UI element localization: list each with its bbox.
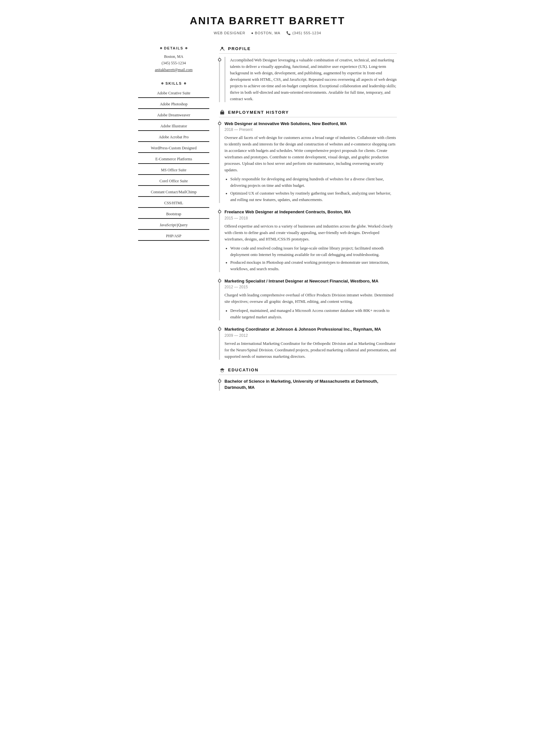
- employment-description: Charged with leading comprehensive overh…: [224, 292, 397, 305]
- body-columns: DETAILS Boston, MA (345) 555-1234 anitak…: [138, 45, 397, 398]
- phone-info: 📞 (345) 555-1234: [286, 30, 321, 36]
- employment-entry: Marketing Coordinator at Johnson & Johns…: [219, 326, 397, 360]
- skills-dot-left: [161, 82, 163, 84]
- profile-section-header: PROFILE: [219, 45, 397, 54]
- phone-icon: 📞: [286, 30, 291, 36]
- resume-header: ANITA BARRETT BARRETT WEB DESIGNER ● BOS…: [138, 13, 397, 36]
- details-content: Boston, MA (345) 555-1234 anitakbarrett@…: [138, 53, 209, 73]
- dot-left: [160, 47, 162, 49]
- employment-icon: [219, 109, 225, 116]
- profile-dot-marker: [218, 58, 221, 62]
- details-section-title: DETAILS: [138, 45, 209, 51]
- skills-section-title: SKILLS: [138, 81, 209, 86]
- skill-item: PHP/ASP: [138, 232, 209, 241]
- bullet-item: Solely responsible for developing and de…: [230, 176, 397, 189]
- employment-dot-marker: [218, 210, 221, 213]
- employment-entries: Web Designer at Innovative Web Solutions…: [219, 121, 397, 360]
- skill-item: E-Commerce Platforms: [138, 155, 209, 164]
- location-info: ● BOSTON, MA: [251, 30, 280, 36]
- skill-item: JavaScript/jQuery: [138, 221, 209, 230]
- skill-item: Adobe Illustrator: [138, 122, 209, 131]
- skill-item: WordPress-Custom Designed: [138, 144, 209, 153]
- location-icon: ●: [251, 30, 254, 36]
- employment-job-title: Freelance Web Designer at Independent Co…: [224, 209, 397, 215]
- employment-section-header: EMPLOYMENT HISTORY: [219, 109, 397, 117]
- details-section: DETAILS Boston, MA (345) 555-1234 anitak…: [138, 45, 209, 73]
- email-link[interactable]: anitakbarrett@mail.com: [155, 68, 193, 72]
- skill-item: Adobe Dreamweaver: [138, 111, 209, 120]
- role-label: WEB DESIGNER: [214, 30, 245, 36]
- employment-entry: Freelance Web Designer at Independent Co…: [219, 209, 397, 272]
- employment-dot-marker: [218, 122, 221, 125]
- profile-icon: [219, 45, 225, 52]
- employment-dates: 2018 — Present: [224, 127, 397, 132]
- employment-description: Oversee all facets of web design for cus…: [224, 134, 397, 173]
- education-entry: Bachelor of Science in Marketing, Univer…: [219, 378, 397, 391]
- skill-item: MS Office Suite: [138, 166, 209, 175]
- bullet-list: Developed, maintained, and managed a Mic…: [230, 308, 397, 320]
- bullet-list: Wrote code and resolved coding issues fo…: [230, 245, 397, 272]
- skill-item: Constant Contact/MailChimp: [138, 188, 209, 197]
- resume-page: ANITA BARRETT BARRETT WEB DESIGNER ● BOS…: [122, 0, 413, 417]
- bullet-item: Developed, maintained, and managed a Mic…: [230, 308, 397, 320]
- details-phone: (345) 555-1234: [138, 60, 209, 66]
- employment-description: Served as International Marketing Coordi…: [224, 340, 397, 360]
- profile-title: PROFILE: [228, 45, 251, 52]
- skill-item: Adobe Acrobat Pro: [138, 133, 209, 142]
- skills-list: Adobe Creative SuiteAdobe PhotoshopAdobe…: [138, 89, 209, 241]
- education-icon: [219, 367, 225, 373]
- skill-item: Adobe Photoshop: [138, 100, 209, 109]
- skill-item: Bootstrap: [138, 210, 209, 219]
- employment-job-title: Marketing Specialist / Intranet Designer…: [224, 278, 397, 284]
- header-subtitle: WEB DESIGNER ● BOSTON, MA 📞 (345) 555-12…: [138, 30, 397, 36]
- bullet-item: Optimized UX of customer websites by rou…: [230, 190, 397, 203]
- education-title: EDUCATION: [228, 367, 259, 373]
- svg-marker-2: [220, 368, 224, 371]
- bullet-item: Produced mockups in Photoshop and create…: [230, 259, 397, 272]
- employment-dates: 2009 — 2012: [224, 333, 397, 338]
- skill-item: Adobe Creative Suite: [138, 89, 209, 98]
- education-entries: Bachelor of Science in Marketing, Univer…: [219, 378, 397, 391]
- profile-text: Accomplished Web Designer leveraging a v…: [224, 57, 397, 102]
- phone-text: (345) 555-1234: [293, 30, 321, 36]
- dot-right: [185, 47, 187, 49]
- candidate-name: ANITA BARRETT BARRETT: [138, 13, 397, 28]
- sidebar: DETAILS Boston, MA (345) 555-1234 anitak…: [138, 45, 209, 398]
- employment-dates: 2012 — 2015: [224, 284, 397, 290]
- employment-title: EMPLOYMENT HISTORY: [228, 109, 289, 116]
- education-section-header: EDUCATION: [219, 367, 397, 375]
- details-city: Boston, MA: [138, 53, 209, 60]
- profile-content: Accomplished Web Designer leveraging a v…: [219, 57, 397, 102]
- employment-description: Offered expertise and services to a vari…: [224, 223, 397, 242]
- employment-entry: Web Designer at Innovative Web Solutions…: [219, 121, 397, 203]
- skills-section: SKILLS Adobe Creative SuiteAdobe Photosh…: [138, 81, 209, 241]
- education-degree: Bachelor of Science in Marketing, Univer…: [224, 378, 397, 391]
- education-dot-marker: [218, 379, 221, 383]
- education-section: EDUCATION Bachelor of Science in Marketi…: [219, 367, 397, 391]
- employment-dates: 2015 — 2018: [224, 215, 397, 221]
- bullet-list: Solely responsible for developing and de…: [230, 176, 397, 203]
- employment-dot-marker: [218, 279, 221, 283]
- skill-item: Corel Office Suite: [138, 177, 209, 186]
- employment-dot-marker: [218, 327, 221, 331]
- profile-section: PROFILE Accomplished Web Designer levera…: [219, 45, 397, 102]
- bullet-item: Wrote code and resolved coding issues fo…: [230, 245, 397, 258]
- details-email: anitakbarrett@mail.com: [138, 67, 209, 73]
- employment-entry: Marketing Specialist / Intranet Designer…: [219, 278, 397, 321]
- employment-job-title: Web Designer at Innovative Web Solutions…: [224, 121, 397, 127]
- employment-job-title: Marketing Coordinator at Johnson & Johns…: [224, 326, 397, 333]
- svg-point-0: [221, 47, 223, 49]
- main-content: PROFILE Accomplished Web Designer levera…: [219, 45, 397, 398]
- skill-item: CSS/HTML: [138, 199, 209, 208]
- location-text: BOSTON, MA: [255, 30, 280, 36]
- svg-rect-1: [220, 112, 224, 114]
- employment-section: EMPLOYMENT HISTORY Web Designer at Innov…: [219, 109, 397, 360]
- skills-dot-right: [184, 82, 186, 84]
